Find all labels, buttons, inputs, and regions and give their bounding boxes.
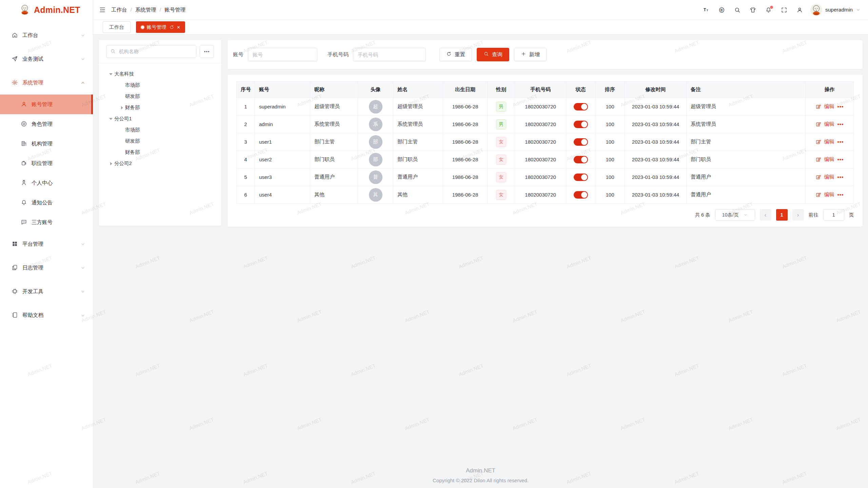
refresh-tab-icon[interactable] [169,25,174,30]
caret-open-icon[interactable] [107,71,114,78]
sidebar-item-third-account[interactable]: 三方账号 [0,212,93,232]
edit-link[interactable]: 编辑 [824,174,834,180]
account-table-card: 序号账号昵称头像姓名出生日期性别手机号码状态排序修改时间备注操作 1supera… [227,74,863,227]
sidebar-item-business-test[interactable]: 业务测试 [0,47,93,71]
header-icon-group: TT中 [703,7,803,13]
status-toggle[interactable] [574,156,588,163]
chevron-down-icon [80,265,85,270]
sidebar-item-notice-announce[interactable]: 通知公告 [0,193,93,212]
breadcrumb-workbench[interactable]: 工作台 [111,6,127,14]
tab-workbench[interactable]: 工作台 [103,21,131,33]
cell-phone: 18020030720 [515,168,566,186]
more-actions[interactable]: ••• [837,174,844,180]
tree-node-branch-2[interactable]: 分公司2 [103,158,217,169]
sidebar-item-system-mgmt[interactable]: 系统管理 [0,71,93,95]
more-actions[interactable]: ••• [837,104,844,109]
edit-icon[interactable] [815,121,821,127]
edit-link[interactable]: 编辑 [824,139,834,145]
theme-icon[interactable] [750,7,756,13]
font-size-icon[interactable]: TT [703,7,709,13]
sidebar-item-log-mgmt[interactable]: 日志管理 [0,256,93,280]
org-more-button[interactable]: ••• [200,45,214,58]
current-page-button[interactable]: 1 [776,209,788,221]
breadcrumb-system-mgmt[interactable]: 系统管理 [135,6,156,14]
tree-node-finance-dept[interactable]: 财务部 [103,147,217,158]
phone-input[interactable] [353,48,426,61]
more-actions[interactable]: ••• [837,192,844,198]
app-root: Admin.NET 工作台业务测试系统管理账号管理角色管理机构管理职位管理个人中… [0,0,868,488]
status-toggle[interactable] [574,103,588,110]
logo[interactable]: Admin.NET [0,0,93,20]
cell-birthdate: 1986-06-28 [443,133,488,151]
edit-icon[interactable] [815,157,821,162]
close-tab-icon[interactable]: × [177,24,180,30]
tree-node-market-dept[interactable]: 市场部 [103,80,217,91]
sidebar-item-label: 职位管理 [32,160,53,167]
chevron-up-icon [80,80,85,85]
chevron-down-icon [856,7,861,12]
more-actions[interactable]: ••• [837,121,844,127]
fullscreen-icon[interactable] [781,7,787,13]
sidebar-item-dev-tools[interactable]: 开发工具 [0,280,93,303]
account-input[interactable] [248,48,317,61]
brand-mascot-icon [19,4,31,16]
caret-open-icon[interactable] [107,116,114,122]
next-page-button[interactable]: › [792,209,804,221]
caret-closed-icon[interactable] [107,160,114,167]
page-size-select[interactable]: 10条/页 [715,209,755,221]
search-icon[interactable] [734,7,741,13]
cell-birthdate: 1986-06-28 [443,98,488,116]
more-actions[interactable]: ••• [837,139,844,145]
edit-icon[interactable] [815,104,821,109]
query-button[interactable]: 查询 [477,48,509,61]
collapse-sidebar-icon[interactable] [99,6,106,13]
tab-label: 账号管理 [147,24,166,30]
tree-node-label: 研发部 [125,138,140,144]
prev-page-button[interactable]: ‹ [760,209,771,221]
sidebar-item-role-mgmt[interactable]: 角色管理 [0,114,93,134]
avatar: 超 [369,100,382,114]
tree-node-branch-1[interactable]: 分公司1 [103,113,217,124]
edit-icon[interactable] [815,174,821,180]
edit-link[interactable]: 编辑 [824,191,834,198]
cell-account: user1 [255,133,310,151]
sidebar-item-help-docs[interactable]: 帮助文档 [0,303,93,327]
status-toggle[interactable] [574,138,588,146]
tree-node-market-dept[interactable]: 市场部 [103,124,217,136]
breadcrumb-account-mgmt[interactable]: 账号管理 [164,6,185,14]
sidebar-item-account-mgmt[interactable]: 账号管理 [0,95,93,114]
status-toggle[interactable] [574,121,588,128]
edit-icon[interactable] [815,192,821,198]
status-toggle[interactable] [574,191,588,199]
tree-node-finance-dept[interactable]: 财务部 [103,102,217,113]
edit-link[interactable]: 编辑 [824,121,834,127]
user-menu[interactable]: superadmin [810,4,861,16]
user-center-icon [21,180,27,186]
caret-closed-icon[interactable] [118,104,125,111]
sidebar-item-workbench[interactable]: 工作台 [0,23,93,47]
profile-icon[interactable] [796,7,803,13]
edit-link[interactable]: 编辑 [824,103,834,110]
language-icon[interactable]: 中 [718,7,725,13]
tab-account-mgmt[interactable]: 账号管理 × [136,21,185,33]
tree-node-rd-dept[interactable]: 研发部 [103,91,217,102]
breadcrumb-separator: / [131,7,132,13]
tree-node-label: 财务部 [125,104,140,111]
add-button[interactable]: 新增 [514,48,547,61]
status-toggle[interactable] [574,174,588,181]
cell-operation: 编辑••• [806,98,854,116]
sidebar-item-position-mgmt[interactable]: 职位管理 [0,154,93,173]
sidebar-item-platform-mgmt[interactable]: 平台管理 [0,232,93,256]
search-icon [110,48,116,55]
goto-page-input[interactable] [823,209,844,221]
tree-node-rd-dept[interactable]: 研发部 [103,136,217,147]
reset-button[interactable]: 重置 [439,48,472,61]
notification-icon[interactable] [765,7,772,13]
edit-link[interactable]: 编辑 [824,156,834,163]
tree-node-daming-tech[interactable]: 大名科技 [103,68,217,80]
edit-icon[interactable] [815,139,821,145]
sidebar-item-personal-center[interactable]: 个人中心 [0,173,93,193]
sidebar-item-org-mgmt[interactable]: 机构管理 [0,134,93,154]
more-actions[interactable]: ••• [837,157,844,162]
org-search-input[interactable] [118,48,192,55]
